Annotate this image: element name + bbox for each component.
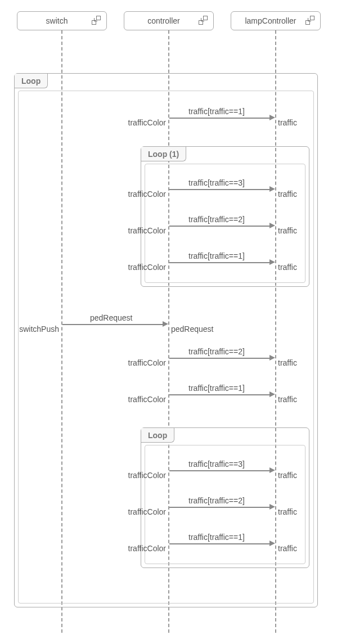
message-arrow: [169, 189, 269, 190]
lifeline-label: controller: [129, 16, 199, 25]
message-recv-label: traffic: [278, 263, 297, 272]
arrowhead-icon: [269, 541, 275, 546]
arrowhead-icon: [269, 355, 275, 361]
lifeline-label: lampController: [236, 16, 305, 25]
message-arrow: [62, 324, 163, 325]
message-recv-label: traffic: [278, 118, 297, 127]
message-guard-label: traffic[traffic==1]: [188, 384, 245, 393]
message-arrow: [169, 262, 269, 263]
message-recv-label: traffic: [278, 507, 297, 516]
message-recv-label: traffic: [278, 395, 297, 404]
message-recv-label: traffic: [278, 544, 297, 553]
fragment-title: Loop: [148, 431, 167, 440]
lifeline-switch[interactable]: switch: [17, 11, 107, 30]
message-recv-label: traffic: [278, 358, 297, 367]
message-send-label: trafficColor: [113, 471, 166, 480]
message-arrow: [169, 394, 269, 395]
sequence-diagram: switch controller lampController Loop tr…: [11, 11, 335, 633]
message-recv-label: traffic: [278, 190, 297, 199]
message-send-label: trafficColor: [113, 190, 166, 199]
message-send-label: trafficColor: [113, 358, 166, 367]
message-guard-label: traffic[traffic==1]: [188, 533, 245, 542]
message-guard-label: traffic[traffic==3]: [188, 460, 245, 469]
component-icon: [199, 16, 209, 26]
message-send-label: switchPush: [6, 325, 59, 334]
arrowhead-icon: [269, 391, 275, 397]
message-recv-label: traffic: [278, 471, 297, 480]
message-guard-label: traffic[traffic==2]: [188, 215, 245, 224]
message-arrow: [169, 226, 269, 227]
message-guard-label: traffic[traffic==2]: [188, 496, 245, 505]
component-icon: [92, 16, 102, 26]
arrowhead-icon: [269, 223, 275, 228]
fragment-tab: Loop: [141, 428, 174, 443]
lifeline-lampcontroller[interactable]: lampController: [231, 11, 321, 30]
message-send-label: trafficColor: [113, 395, 166, 404]
arrowhead-icon: [163, 321, 168, 327]
fragment-tab: Loop (1): [141, 147, 186, 161]
message-send-label: trafficColor: [113, 226, 166, 235]
arrowhead-icon: [269, 115, 275, 120]
message-guard-label: traffic[traffic==2]: [188, 347, 245, 356]
message-send-label: trafficColor: [113, 118, 166, 127]
message-send-label: trafficColor: [113, 263, 166, 272]
lifeline-label: switch: [22, 16, 92, 25]
lifeline-controller[interactable]: controller: [124, 11, 214, 30]
arrowhead-icon: [269, 186, 275, 192]
message-arrow: [169, 470, 269, 471]
message-arrow: [169, 358, 269, 359]
fragment-title: Loop (1): [148, 150, 179, 159]
arrowhead-icon: [269, 504, 275, 510]
message-guard-label: traffic[traffic==1]: [188, 251, 245, 260]
message-send-label: trafficColor: [113, 544, 166, 553]
message-arrow: [169, 118, 269, 119]
message-recv-label: traffic: [278, 226, 297, 235]
message-guard-label: traffic[traffic==1]: [188, 107, 245, 116]
message-arrow: [169, 507, 269, 508]
message-send-label: trafficColor: [113, 507, 166, 516]
arrowhead-icon: [269, 467, 275, 473]
message-recv-label: pedRequest: [171, 325, 214, 334]
fragment-title: Loop: [21, 76, 41, 85]
message-arrow: [169, 543, 269, 544]
fragment-tab: Loop: [15, 74, 48, 88]
arrowhead-icon: [269, 259, 275, 265]
message-guard-label: traffic[traffic==3]: [188, 178, 245, 187]
message-guard-label: pedRequest: [90, 313, 133, 322]
component-icon: [305, 16, 316, 26]
